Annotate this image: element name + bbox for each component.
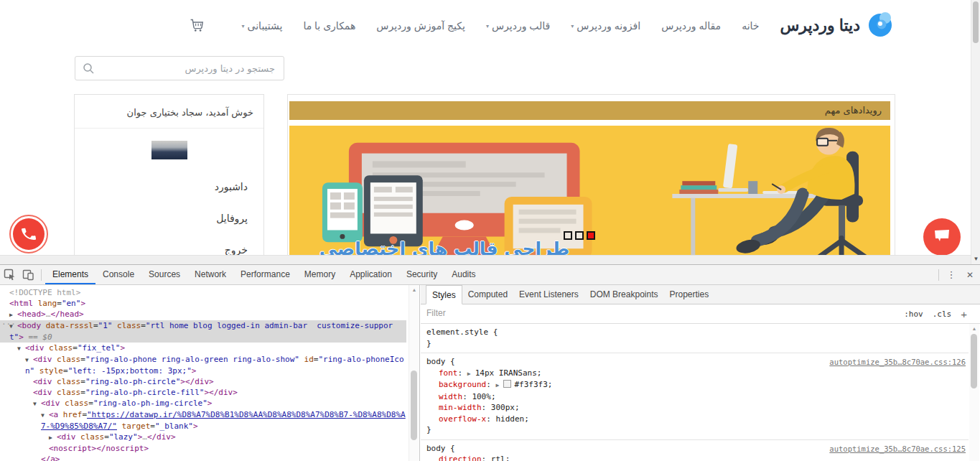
tab-application[interactable]: Application bbox=[342, 265, 399, 284]
css-rule-close-brace: } bbox=[426, 424, 958, 436]
slider-dot[interactable] bbox=[587, 231, 595, 240]
horizontal-scrollbar[interactable] bbox=[0, 255, 971, 264]
color-swatch[interactable] bbox=[503, 380, 511, 388]
sidebar-tab-styles[interactable]: Styles bbox=[426, 285, 462, 304]
expand-arrow-open-icon[interactable]: ▼ bbox=[41, 410, 49, 421]
expand-arrow-open-icon[interactable]: ▼ bbox=[17, 343, 25, 354]
code-token: <html bbox=[9, 299, 33, 308]
code-token: </div> bbox=[147, 432, 176, 442]
dom-node-line[interactable]: ▶<div class="lazy">…</div> bbox=[0, 432, 406, 443]
dom-node-line[interactable]: ···▼<body data-rsssl="1" class="rtl home… bbox=[0, 320, 406, 343]
tab-sources[interactable]: Sources bbox=[141, 265, 187, 284]
dom-node-line[interactable]: <noscript></noscript> bbox=[0, 443, 406, 454]
css-property-line[interactable]: font: ▶14px IRANSans; bbox=[426, 368, 958, 380]
dom-node-line[interactable]: <div class="ring-alo-ph-circle"></div> bbox=[0, 376, 406, 387]
css-property-line[interactable]: width: 100%; bbox=[426, 391, 958, 403]
css-property-line[interactable]: background: ▶#f3f3f3; bbox=[426, 379, 958, 391]
code-token: <noscript> bbox=[49, 444, 96, 453]
dom-node-line[interactable]: </a> bbox=[0, 454, 406, 461]
chevron-down-icon: ▾ bbox=[571, 23, 574, 29]
tab-elements[interactable]: Elements bbox=[45, 265, 95, 284]
nav-item[interactable]: قالب وردپرس▾ bbox=[486, 20, 550, 32]
vertical-scrollbar[interactable]: ▼ bbox=[971, 0, 980, 264]
sidebar-tab-computed[interactable]: Computed bbox=[462, 285, 513, 304]
user-menu-item[interactable]: داشبورد bbox=[75, 171, 263, 202]
phone-call-button[interactable] bbox=[9, 215, 48, 253]
tab-memory[interactable]: Memory bbox=[297, 265, 342, 284]
code-token: style bbox=[34, 366, 63, 376]
css-property-line[interactable]: overflow-x: hidden; bbox=[426, 414, 958, 425]
sidebar-tab-event-listeners[interactable]: Event Listeners bbox=[513, 285, 584, 304]
nav-item[interactable]: پکیج آموزش وردپرس bbox=[376, 20, 465, 32]
code-token: "lazy" bbox=[109, 432, 138, 442]
css-semicolon: ; bbox=[524, 414, 529, 424]
sidebar-tab-properties[interactable]: Properties bbox=[663, 285, 714, 304]
toggle-classes-button[interactable]: .cls bbox=[933, 309, 952, 319]
css-property-name: background bbox=[439, 380, 486, 389]
dom-node-line[interactable]: ▶<head>…</head> bbox=[0, 309, 406, 320]
nav-item[interactable]: پشتیبانی▾ bbox=[242, 20, 283, 32]
devtools-panel: ElementsConsoleSourcesNetworkPerformance… bbox=[0, 264, 980, 461]
user-menu-item[interactable]: پروفایل bbox=[75, 202, 263, 234]
dom-node-line[interactable]: ▼<a href="https://datawp.ir/%D8%A7%D8%B1… bbox=[0, 409, 406, 432]
code-token: class bbox=[76, 432, 105, 442]
tab-audits[interactable]: Audits bbox=[444, 265, 482, 284]
code-token: … bbox=[142, 432, 147, 442]
search-input[interactable] bbox=[75, 57, 284, 80]
expand-arrow-closed-icon[interactable]: ▶ bbox=[495, 380, 503, 391]
banner-slide[interactable]: طراحی قالب های اختصاصی bbox=[289, 126, 890, 263]
dom-node-line[interactable]: ▼<div class="ring-alo-phone ring-alo-gre… bbox=[0, 354, 406, 376]
nav-item[interactable]: مقاله وردپرس bbox=[661, 20, 721, 32]
slider-dot[interactable] bbox=[564, 231, 572, 240]
css-selector-line[interactable]: element.style { bbox=[426, 327, 958, 338]
code-token: href bbox=[58, 410, 82, 419]
devtools-menu-icon[interactable]: ⋮ bbox=[943, 269, 960, 280]
scrollbar-up-arrow[interactable]: ▲ bbox=[409, 285, 419, 294]
styles-scrollbar[interactable]: ▲ bbox=[969, 324, 979, 461]
tab-security[interactable]: Security bbox=[399, 265, 444, 284]
devtools-close-icon[interactable]: ✕ bbox=[960, 270, 980, 280]
scrollbar-thumb[interactable] bbox=[971, 334, 977, 388]
site-logo-icon bbox=[865, 10, 894, 42]
css-semicolon: ; bbox=[505, 455, 510, 461]
scrollbar-up-arrow[interactable]: ▲ bbox=[969, 324, 979, 333]
dom-node-line[interactable]: ▼<div class="ring-alo-ph-img-circle"> bbox=[0, 398, 406, 409]
css-property-name: direction bbox=[439, 455, 482, 461]
code-token: > bbox=[193, 422, 198, 431]
dom-node-line[interactable]: ▼<div class="fix_tel"> bbox=[0, 343, 406, 354]
nav-item[interactable]: خانه bbox=[742, 20, 759, 32]
slider-dot[interactable] bbox=[575, 231, 584, 240]
stylesheet-source-link[interactable]: autoptimize_35b…8c70ae.css:126 bbox=[829, 357, 966, 368]
expand-arrow-closed-icon[interactable]: ▶ bbox=[467, 368, 475, 380]
scrollbar-thumb[interactable] bbox=[411, 371, 417, 440]
css-property-line[interactable]: min-width: 300px; bbox=[426, 402, 958, 414]
styles-filter-input[interactable] bbox=[421, 304, 605, 322]
chat-button[interactable] bbox=[923, 218, 961, 256]
new-style-rule-button[interactable]: + bbox=[961, 308, 967, 320]
site-logo[interactable]: دیتا وردپرس bbox=[780, 10, 894, 42]
expand-arrow-closed-icon[interactable]: ▶ bbox=[49, 432, 57, 443]
scrollbar-thumb[interactable] bbox=[973, 1, 979, 43]
elements-scrollbar[interactable]: ▲ bbox=[409, 285, 419, 461]
tab-console[interactable]: Console bbox=[95, 265, 141, 284]
cart-button[interactable] bbox=[189, 17, 204, 35]
nav-item[interactable]: همکاری با ما bbox=[303, 20, 355, 32]
code-token: <div bbox=[25, 343, 45, 353]
sidebar-tab-dom-breakpoints[interactable]: DOM Breakpoints bbox=[584, 285, 664, 304]
dom-node-line[interactable]: <html lang="en"> bbox=[0, 298, 406, 309]
code-token: </a> bbox=[41, 455, 60, 461]
nav-item[interactable]: افزونه وردپرس▾ bbox=[571, 20, 640, 32]
device-toolbar-button[interactable] bbox=[19, 265, 37, 284]
expand-arrow-open-icon[interactable]: ▼ bbox=[25, 355, 33, 365]
scrollbar-down-arrow[interactable]: ▼ bbox=[971, 255, 980, 264]
tab-network[interactable]: Network bbox=[187, 265, 233, 284]
expand-arrow-open-icon[interactable]: ▼ bbox=[33, 399, 41, 409]
dom-node-line[interactable]: <div class="ring-alo-ph-circle-fill"></d… bbox=[0, 387, 406, 398]
stylesheet-source-link[interactable]: autoptimize_35b…8c70ae.css:125 bbox=[829, 444, 966, 455]
css-property-line[interactable]: direction: rtl; bbox=[426, 454, 958, 461]
inspect-element-button[interactable] bbox=[0, 265, 19, 284]
tab-performance[interactable]: Performance bbox=[233, 265, 297, 284]
toggle-hover-state-button[interactable]: :hov bbox=[904, 309, 923, 319]
user-avatar bbox=[151, 141, 187, 159]
dom-node-line[interactable]: <!DOCTYPE html> bbox=[0, 287, 406, 298]
